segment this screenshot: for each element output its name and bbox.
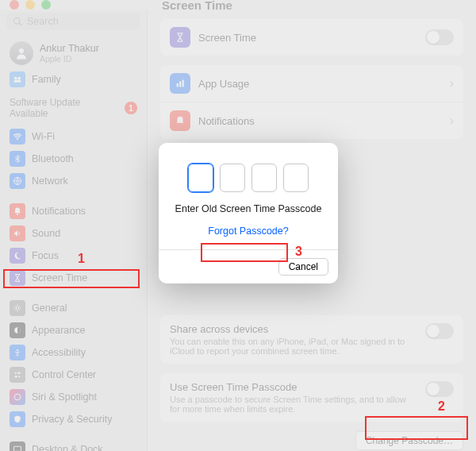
annotation-number-1: 1	[78, 252, 85, 266]
pin-digit-2[interactable]	[220, 164, 245, 192]
passcode-modal: Enter Old Screen Time Passcode Forgot Pa…	[159, 143, 338, 283]
annotation-number-3: 3	[295, 245, 302, 259]
modal-message: Enter Old Screen Time Passcode	[175, 203, 322, 214]
pin-digit-3[interactable]	[251, 164, 277, 192]
modal-body: Enter Old Screen Time Passcode Forgot Pa…	[159, 143, 338, 249]
modal-footer: Cancel	[159, 249, 338, 283]
pin-digit-4[interactable]	[283, 164, 309, 192]
forgot-passcode-link[interactable]: Forgot Passcode?	[208, 226, 288, 237]
pin-row	[188, 164, 309, 192]
annotation-number-2: 2	[438, 399, 445, 414]
cancel-button[interactable]: Cancel	[278, 258, 328, 276]
pin-digit-1[interactable]	[188, 164, 213, 192]
